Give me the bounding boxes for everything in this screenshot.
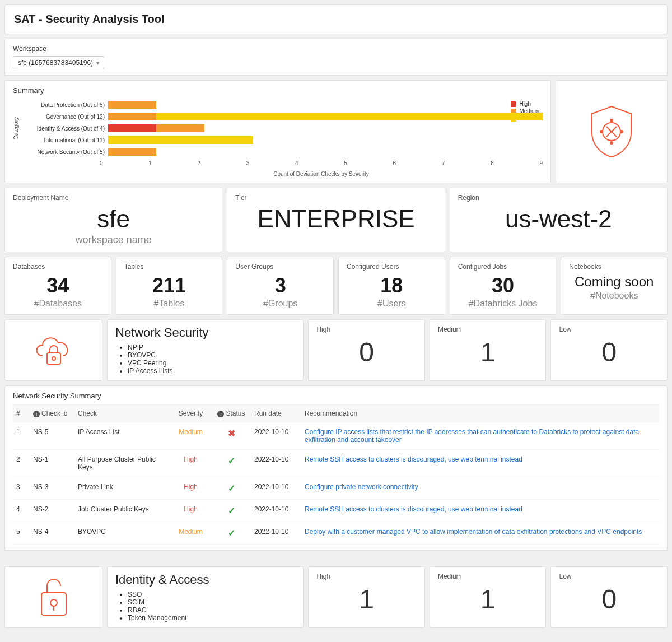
- ia-desc-card: Identity & Access SSOSCIMRBACToken Manag…: [107, 566, 304, 628]
- list-item: VPC Peering: [128, 359, 295, 367]
- chart-segment-medium: [156, 124, 204, 132]
- chart-ylabel: Category: [13, 117, 19, 140]
- col-status[interactable]: iStatus: [212, 405, 251, 422]
- chart-bar: [108, 101, 543, 109]
- recommendation-link[interactable]: Configure IP access lists that restrict …: [301, 422, 659, 450]
- cloud-lock-icon: [31, 331, 76, 370]
- chart-bars: Data Protection (Out of 5)Governance (Ou…: [21, 99, 543, 158]
- recommendation-link[interactable]: Configure private network connectivity: [301, 477, 659, 500]
- table-row[interactable]: 1NS-5IP Access ListMedium✖2022-10-10Conf…: [13, 422, 659, 450]
- pass-icon: ✓: [228, 483, 235, 493]
- workspace-selector-card: Workspace sfe (1657683783405196) ▾: [4, 39, 668, 76]
- deployment-name-card: Deployment Name sfe workspace name: [4, 188, 222, 252]
- ia-section-title: Identity & Access: [115, 573, 295, 587]
- chart-category-label: Identity & Access (Out of 4): [21, 125, 108, 132]
- list-item: SCIM: [128, 598, 295, 606]
- list-item: IP Access Lists: [128, 367, 295, 375]
- chart-segment-medium: [108, 101, 156, 109]
- databases-card: Databases 34 #Databases: [4, 257, 111, 315]
- shield-icon: [586, 104, 637, 160]
- list-item: Token Management: [128, 614, 295, 622]
- chart-bar: [108, 148, 543, 156]
- page-title: SAT - Security Analysis Tool: [14, 13, 658, 26]
- chart-category-label: Governance (Out of 12): [21, 114, 108, 120]
- region-label: Region: [458, 194, 659, 202]
- ns-section-title: Network Security: [115, 325, 295, 340]
- info-icon: i: [33, 411, 40, 417]
- chart-category-label: Informational (Out of 11): [21, 137, 108, 143]
- chart-bar: [108, 113, 543, 120]
- list-item: BYOVPC: [128, 351, 295, 359]
- usergroups-card: User Groups 3 #Groups: [227, 257, 334, 315]
- notebooks-card: Notebooks Coming soon #Notebooks: [561, 257, 668, 315]
- ia-icon-card: [4, 566, 102, 628]
- tier-card: Tier ENTERPRISE: [227, 188, 445, 252]
- ns-medium-card: Medium 1: [430, 319, 547, 381]
- chart-x-axis: 0123456789: [100, 160, 543, 166]
- col-recommendation[interactable]: Recommendation: [301, 405, 659, 422]
- ns-high-card: High 0: [308, 319, 425, 381]
- recommendation-link[interactable]: Remote SSH access to clusters is discour…: [301, 500, 659, 522]
- workspace-selected-value: sfe (1657683783405196): [18, 59, 93, 67]
- chart-segment-medium: [108, 113, 156, 120]
- col-num[interactable]: #: [13, 405, 30, 422]
- deploy-name-sub: workspace name: [13, 234, 214, 246]
- svg-point-10: [50, 599, 57, 606]
- table-row[interactable]: 3NS-3Private LinkHigh✓2022-10-10Configur…: [13, 477, 659, 500]
- chart-category-label: Data Protection (Out of 5): [21, 102, 108, 108]
- recommendation-link[interactable]: Remote SSH access to clusters is discour…: [301, 450, 659, 477]
- list-item: NPIP: [128, 343, 295, 351]
- recommendation-link[interactable]: Deploy with a customer-managed VPC to al…: [301, 522, 659, 545]
- fail-icon: ✖: [228, 429, 235, 438]
- list-item: SSO: [128, 590, 295, 598]
- pass-icon: ✓: [228, 506, 235, 515]
- chart-segment-medium: [108, 148, 156, 156]
- chart-segment-high: [108, 124, 156, 132]
- page-title-card: SAT - Security Analysis Tool: [4, 4, 668, 34]
- chart-xlabel: Count of Deviation Checks by Severity: [100, 171, 543, 177]
- users-card: Configured Users 18 #Users: [338, 257, 445, 315]
- ns-low-card: Low 0: [550, 319, 668, 381]
- summary-title: Summary: [13, 86, 543, 95]
- svg-point-4: [610, 142, 613, 144]
- pass-icon: ✓: [228, 456, 235, 466]
- ia-medium-card: Medium 1: [430, 566, 547, 628]
- ia-item-list: SSOSCIMRBACToken Management: [115, 590, 295, 622]
- svg-rect-7: [47, 353, 60, 364]
- workspace-select[interactable]: sfe (1657683783405196) ▾: [13, 56, 104, 69]
- summary-chart-card: Summary High Medium Low Category Data Pr…: [4, 80, 551, 183]
- chart-bar: [108, 136, 543, 144]
- chevron-down-icon: ▾: [96, 60, 99, 66]
- svg-point-8: [52, 357, 55, 360]
- svg-point-5: [600, 131, 603, 133]
- col-severity[interactable]: Severity: [170, 405, 212, 422]
- chart-segment-low: [108, 136, 253, 144]
- shield-card: [556, 80, 668, 183]
- ia-low-card: Low 0: [550, 566, 668, 628]
- table-row[interactable]: 2NS-1All Purpose Cluster Public KeysHigh…: [13, 450, 659, 477]
- ns-summary-table: # iCheck id Check Severity iStatus Run d…: [13, 404, 659, 545]
- pass-icon: ✓: [228, 528, 235, 538]
- open-lock-icon: [37, 576, 71, 618]
- list-item: RBAC: [128, 606, 295, 614]
- table-row[interactable]: 5NS-4BYOVPCMedium✓2022-10-10Deploy with …: [13, 522, 659, 545]
- info-icon: i: [217, 411, 224, 417]
- col-checkid[interactable]: iCheck id: [30, 405, 74, 422]
- workspace-label: Workspace: [13, 45, 659, 53]
- col-rundate[interactable]: Run date: [251, 405, 301, 422]
- chart-category-label: Network Security (Out of 5): [21, 149, 108, 155]
- region-card: Region us-west-2: [450, 188, 668, 252]
- ia-high-card: High 1: [308, 566, 425, 628]
- col-check[interactable]: Check: [74, 405, 170, 422]
- tier-label: Tier: [235, 194, 436, 202]
- table-row[interactable]: 4NS-2Job Cluster Public KeysHigh✓2022-10…: [13, 500, 659, 522]
- deploy-name-value: sfe: [13, 205, 214, 233]
- ns-summary-table-card: Network Security Summary # iCheck id Che…: [4, 385, 668, 551]
- region-value: us-west-2: [458, 205, 659, 233]
- svg-point-6: [620, 131, 623, 133]
- ns-table-title: Network Security Summary: [13, 392, 659, 400]
- chart-segment-low: [156, 113, 543, 120]
- ns-item-list: NPIPBYOVPCVPC PeeringIP Access Lists: [115, 343, 295, 375]
- tables-card: Tables 211 #Tables: [116, 257, 223, 315]
- chart-bar: [108, 124, 543, 132]
